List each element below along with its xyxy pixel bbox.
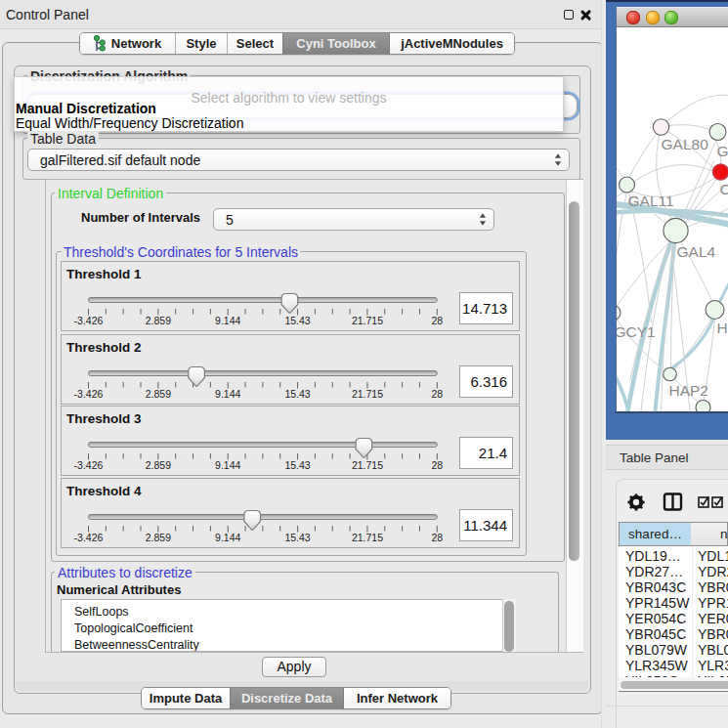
svg-text:28: 28 bbox=[431, 531, 443, 542]
svg-text:9.144: 9.144 bbox=[215, 459, 240, 471]
svg-text:15.43: 15.43 bbox=[284, 459, 310, 471]
svg-text:28: 28 bbox=[431, 387, 443, 399]
svg-text:-3.426: -3.426 bbox=[74, 531, 104, 542]
svg-text:9.144: 9.144 bbox=[215, 315, 240, 326]
svg-text:15.43: 15.43 bbox=[284, 531, 310, 542]
svg-text:GAL11: GAL11 bbox=[627, 193, 673, 209]
svg-text:2.859: 2.859 bbox=[146, 315, 171, 326]
svg-text:GAL: GAL bbox=[716, 143, 728, 159]
svg-text:15.43: 15.43 bbox=[284, 387, 310, 399]
svg-text:2.859: 2.859 bbox=[146, 459, 171, 471]
svg-text:21.715: 21.715 bbox=[352, 387, 383, 399]
svg-text:15.43: 15.43 bbox=[284, 315, 310, 326]
svg-text:9.144: 9.144 bbox=[215, 531, 240, 542]
svg-text:2.859: 2.859 bbox=[146, 387, 171, 399]
svg-text:28: 28 bbox=[431, 459, 443, 471]
svg-text:GAL4: GAL4 bbox=[676, 243, 715, 260]
svg-text:-3.426: -3.426 bbox=[74, 387, 104, 399]
svg-text:9.144: 9.144 bbox=[215, 387, 240, 399]
svg-text:21.715: 21.715 bbox=[352, 459, 383, 471]
svg-text:GAL80: GAL80 bbox=[661, 136, 708, 152]
svg-text:2.859: 2.859 bbox=[146, 531, 171, 542]
svg-text:CR: CR bbox=[719, 181, 728, 197]
svg-text:HI: HI bbox=[716, 320, 728, 336]
svg-text:28: 28 bbox=[431, 315, 443, 326]
svg-text:HAP2: HAP2 bbox=[668, 382, 708, 399]
svg-text:-3.426: -3.426 bbox=[74, 459, 104, 471]
svg-text:21.715: 21.715 bbox=[352, 315, 383, 326]
svg-text:GCY1: GCY1 bbox=[617, 323, 656, 340]
svg-text:-3.426: -3.426 bbox=[74, 315, 104, 326]
svg-text:21.715: 21.715 bbox=[352, 531, 383, 542]
